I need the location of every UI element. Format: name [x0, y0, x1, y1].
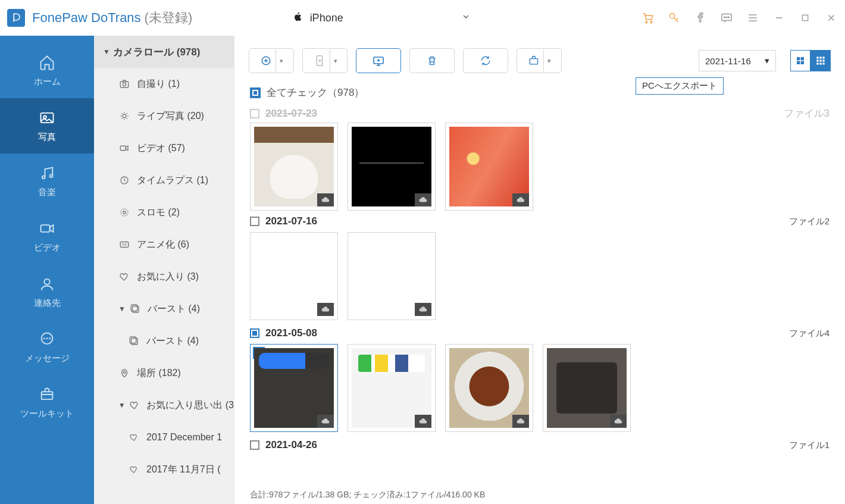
sidebar-burst-sub[interactable]: バースト (4): [94, 325, 234, 357]
nav-toolkit[interactable]: ツールキット: [0, 375, 94, 430]
photo-gallery[interactable]: 2021-07-23 ファイル3 2021-07-16ファイル2 2021-05…: [234, 107, 845, 487]
grid-small-button[interactable]: [790, 50, 810, 71]
svg-rect-45: [819, 62, 821, 64]
sidebar-memory-1[interactable]: 2017 December 1: [94, 421, 234, 453]
sidebar-item-label: ビデオ (57): [137, 142, 185, 155]
grid-large-button[interactable]: [810, 50, 831, 71]
svg-rect-36: [797, 61, 800, 64]
sidebar-places[interactable]: 場所 (182): [94, 357, 234, 389]
nav-photos[interactable]: 写真: [0, 98, 94, 154]
photo-thumb[interactable]: [445, 344, 533, 432]
sidebar-favorites[interactable]: お気に入り (3): [94, 261, 234, 293]
export-to-pc-button[interactable]: [356, 48, 401, 73]
nav-home[interactable]: ホーム: [0, 43, 94, 98]
apple-icon: [292, 11, 303, 25]
svg-point-4: [724, 17, 725, 18]
key-icon[interactable]: [668, 11, 681, 24]
svg-point-11: [50, 174, 53, 177]
nav-videos-label: ビデオ: [34, 242, 61, 253]
refresh-button[interactable]: [463, 48, 508, 73]
photo-thumb[interactable]: [348, 232, 436, 320]
collapse-icon: ▼: [118, 305, 126, 313]
nav-music[interactable]: 音楽: [0, 154, 94, 209]
app-logo: [7, 9, 25, 27]
nav-contacts[interactable]: 連絡先: [0, 264, 94, 320]
svg-rect-19: [120, 146, 126, 151]
sidebar-animated[interactable]: GIFアニメ化 (6): [94, 228, 234, 261]
sidebar-live-photos[interactable]: ライブ写真 (20): [94, 100, 234, 132]
nav-contacts-label: 連絡先: [34, 298, 61, 309]
date-group-head[interactable]: 2021-04-26ファイル1: [250, 439, 830, 451]
svg-rect-35: [801, 57, 804, 60]
group-checkbox[interactable]: [250, 109, 259, 118]
maximize-button[interactable]: [799, 11, 812, 24]
cart-icon[interactable]: [641, 11, 655, 24]
facebook-icon[interactable]: [694, 11, 707, 24]
svg-text:GIF: GIF: [122, 243, 127, 246]
feedback-icon[interactable]: [720, 11, 733, 24]
add-button[interactable]: ▾: [249, 48, 294, 73]
sidebar-memory-2[interactable]: 2017年 11月7日 (: [94, 453, 234, 486]
close-button[interactable]: [825, 11, 838, 24]
group-checkbox[interactable]: [250, 328, 259, 338]
photo-thumb[interactable]: [543, 344, 631, 432]
nav-music-label: 音楽: [38, 187, 56, 198]
burst-icon: [127, 336, 140, 346]
chevron-down-icon: [461, 12, 471, 24]
sidebar-selfies[interactable]: 自撮り (1): [94, 68, 234, 100]
group-date: 2021-07-23: [265, 108, 317, 120]
device-selector[interactable]: iPhone: [292, 8, 471, 28]
export-to-device-button[interactable]: ▾: [302, 48, 348, 73]
photo-thumb[interactable]: [250, 123, 338, 211]
sidebar-head-label: カメラロール (978): [113, 45, 200, 59]
collapse-icon: ▼: [118, 401, 126, 409]
nav-messages-label: メッセージ: [25, 353, 70, 364]
date-filter[interactable]: 2021-11-16▾: [699, 50, 776, 71]
svg-rect-12: [41, 225, 50, 232]
photo-thumb[interactable]: [250, 232, 338, 320]
nav-videos[interactable]: ビデオ: [0, 209, 94, 264]
toolkit-icon: [38, 386, 56, 403]
photo-thumb[interactable]: ✓: [250, 344, 338, 432]
check-all-checkbox[interactable]: [250, 87, 261, 98]
photo-thumb[interactable]: [348, 123, 436, 211]
toolbox-button[interactable]: ▾: [517, 48, 562, 73]
sidebar-camera-roll[interactable]: ▼ カメラロール (978): [94, 36, 234, 68]
svg-point-10: [42, 176, 45, 179]
svg-point-5: [726, 17, 727, 18]
group-date: 2021-05-08: [265, 327, 317, 339]
nav-messages[interactable]: メッセージ: [0, 320, 94, 375]
video-icon: [118, 143, 131, 154]
nav-toolkit-label: ツールキット: [20, 408, 74, 420]
nav-home-label: ホーム: [34, 76, 61, 87]
minimize-button[interactable]: [772, 11, 785, 24]
heart-icon: [127, 465, 140, 474]
sidebar-slomo[interactable]: スロモ (2): [94, 196, 234, 228]
svg-rect-42: [819, 60, 821, 61]
date-group-head[interactable]: 2021-05-08ファイル4: [250, 327, 830, 339]
check-all-row[interactable]: 全てチェック（978）: [234, 86, 845, 107]
menu-icon[interactable]: [746, 11, 759, 24]
svg-point-0: [646, 21, 647, 23]
sidebar-burst-head[interactable]: ▼バースト (4): [94, 293, 234, 325]
chevron-down-icon: ▾: [547, 57, 551, 65]
group-checkbox[interactable]: [250, 440, 259, 450]
photo-thumb[interactable]: [445, 123, 533, 211]
svg-rect-38: [816, 57, 818, 58]
svg-point-17: [123, 83, 126, 86]
svg-rect-40: [822, 57, 824, 58]
sidebar-videos[interactable]: ビデオ (57): [94, 132, 234, 164]
delete-button[interactable]: [409, 48, 455, 73]
svg-point-21: [121, 209, 128, 216]
svg-rect-43: [822, 60, 824, 61]
date-group-head[interactable]: 2021-07-16ファイル2: [250, 215, 830, 227]
window-controls: [641, 11, 838, 24]
sidebar-timelapse[interactable]: タイムラプス (1): [94, 164, 234, 196]
svg-rect-41: [816, 60, 818, 61]
home-icon: [38, 54, 56, 71]
group-checkbox[interactable]: [250, 217, 259, 226]
sidebar-item-label: お気に入り (3): [137, 271, 199, 283]
sidebar-fav-memories-head[interactable]: ▼お気に入り思い出 (3: [94, 389, 234, 421]
photo-thumb[interactable]: [348, 344, 436, 432]
app-name: FonePaw DoTrans: [32, 10, 141, 26]
